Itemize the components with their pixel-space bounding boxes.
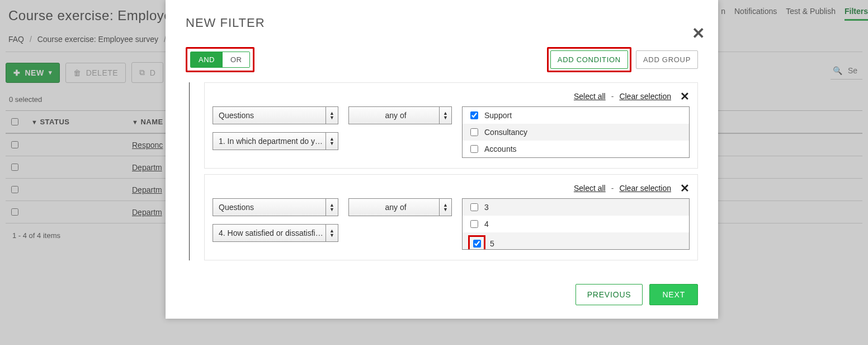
add-condition-button[interactable]: ADD CONDITION [550,50,628,69]
operator-value: any of [385,111,406,120]
toggle-or[interactable]: OR [223,52,250,67]
new-filter-modal: NEW FILTER ✕ AND OR ADD CONDITION ADD GR… [166,0,718,319]
category-value: Questions [219,111,254,120]
answer-checkbox[interactable] [473,240,481,248]
conditions-container: Select all - Clear selection ✕ Questions… [189,82,698,260]
answer-checkbox[interactable] [470,111,478,119]
operator-select[interactable]: any of ▲▼ [348,106,452,124]
previous-button[interactable]: PREVIOUS [575,284,643,305]
spinner-icon: ▲▼ [439,199,451,216]
answer-label: Consultancy [484,128,527,137]
dash: - [611,184,614,193]
logic-toggle-highlight: AND OR [186,47,254,72]
remove-condition-icon[interactable]: ✕ [680,181,690,195]
question-select[interactable]: 1. In which department do yo.. ▲▼ [213,132,338,150]
select-all-link[interactable]: Select all [574,184,606,193]
question-value: 1. In which department do yo.. [219,137,323,146]
remove-condition-icon[interactable]: ✕ [680,90,690,103]
add-group-button[interactable]: ADD GROUP [636,50,698,69]
clear-selection-link[interactable]: Clear selection [619,184,671,193]
answer-label: 4 [484,220,489,229]
close-icon[interactable]: ✕ [692,26,705,41]
answer-label: Accounts [484,144,517,153]
category-value: Questions [219,203,254,212]
answer-checkbox[interactable] [470,128,478,136]
answer-option[interactable]: Consultancy [463,124,689,141]
answer-label: Support [484,111,512,120]
spinner-icon: ▲▼ [439,107,451,124]
answer-checkbox[interactable] [470,220,478,228]
operator-select[interactable]: any of ▲▼ [348,198,452,216]
question-select[interactable]: 4. How satisfied or dissatisfie.. ▲▼ [213,224,338,242]
answer-option[interactable]: Accounts [463,141,689,157]
answer-highlight [468,235,485,250]
answer-option[interactable]: Support [463,107,689,124]
question-value: 4. How satisfied or dissatisfie.. [219,229,323,237]
answer-label: 5 [490,239,494,248]
answer-checkbox[interactable] [470,145,478,153]
clear-selection-link[interactable]: Clear selection [619,92,671,101]
toggle-and[interactable]: AND [191,52,223,67]
category-select[interactable]: Questions ▲▼ [213,106,338,124]
answer-label: 3 [484,203,489,212]
select-all-link[interactable]: Select all [574,92,606,101]
spinner-icon: ▲▼ [326,107,338,124]
next-button[interactable]: NEXT [649,284,698,305]
logic-toggle[interactable]: AND OR [190,52,250,68]
answer-option[interactable]: 4 [463,216,689,232]
answers-list[interactable]: 3 4 5 6 [462,198,690,250]
condition-card: Select all - Clear selection ✕ Questions… [204,174,698,260]
answer-option[interactable]: 3 [463,199,689,216]
answers-list[interactable]: Support Consultancy Accounts [462,106,690,158]
add-condition-highlight: ADD CONDITION [547,47,631,72]
spinner-icon: ▲▼ [326,133,338,150]
condition-card: Select all - Clear selection ✕ Questions… [204,82,698,169]
spinner-icon: ▲▼ [326,199,338,216]
answer-checkbox[interactable] [470,203,478,211]
modal-title: NEW FILTER [186,16,698,30]
operator-value: any of [385,203,406,212]
answer-option[interactable]: 5 [463,232,689,250]
spinner-icon: ▲▼ [326,225,338,241]
dash: - [611,92,614,101]
category-select[interactable]: Questions ▲▼ [213,198,338,216]
modal-footer: PREVIOUS NEXT [186,284,698,305]
